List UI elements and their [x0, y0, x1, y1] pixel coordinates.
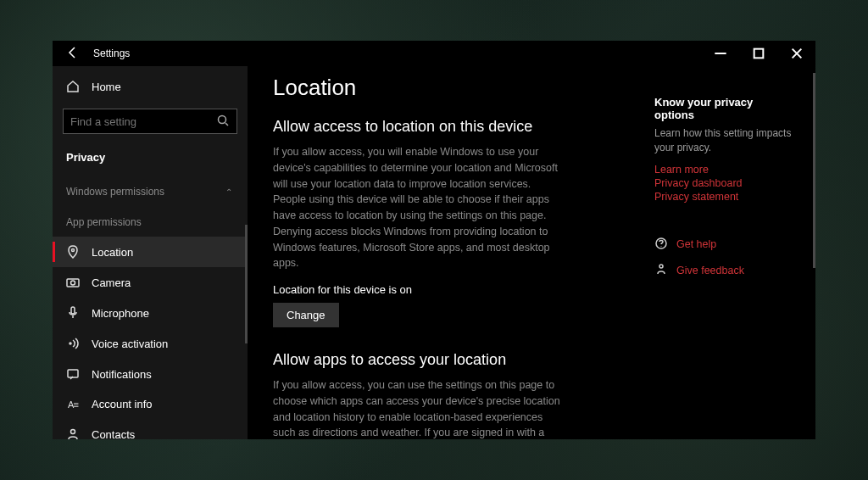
device-location-status: Location for this device is on [273, 283, 620, 296]
titlebar: Settings [53, 41, 815, 66]
sidebar-item-contacts[interactable]: Contacts [53, 419, 246, 439]
main-scrollbar[interactable] [813, 73, 815, 268]
maximize-button[interactable] [739, 41, 777, 66]
svg-point-10 [659, 265, 663, 268]
voice-icon [66, 337, 80, 350]
svg-point-1 [219, 115, 226, 123]
sidebar-item-label: Voice activation [92, 338, 168, 350]
sidebar-item-label: Camera [92, 276, 131, 289]
sidebar-item-label: Microphone [92, 307, 149, 320]
window-title: Settings [93, 47, 130, 59]
svg-rect-5 [71, 307, 75, 314]
group-app-permissions[interactable]: App permissions [53, 206, 246, 237]
search-input[interactable] [70, 115, 216, 128]
back-button[interactable] [66, 46, 80, 62]
microphone-icon [66, 306, 80, 320]
camera-icon [66, 276, 80, 289]
contacts-icon [66, 427, 80, 439]
section1-description: If you allow access, you will enable Win… [273, 144, 561, 271]
location-icon [66, 245, 80, 259]
sidebar-item-label: Notifications [92, 368, 152, 381]
minimize-button[interactable] [701, 41, 739, 66]
section2-description: If you allow access, you can use the set… [273, 377, 561, 439]
svg-point-2 [72, 249, 75, 252]
privacy-dashboard-link[interactable]: Privacy dashboard [654, 177, 795, 189]
section1-heading: Allow access to location on this device [273, 118, 620, 136]
svg-point-4 [71, 281, 75, 285]
svg-point-6 [70, 343, 71, 344]
sidebar-item-microphone[interactable]: Microphone [53, 298, 246, 328]
sidebar-scroll[interactable]: Windows permissions ⌃ App permissions Lo… [53, 176, 248, 439]
privacy-options-sub: Learn how this setting impacts your priv… [654, 126, 795, 155]
sidebar-item-location[interactable]: Location [53, 237, 246, 267]
search-icon [216, 114, 230, 130]
sidebar-item-camera[interactable]: Camera [53, 267, 246, 298]
sidebar: Home Privacy Windows permissions ⌃ App p… [53, 66, 248, 439]
chevron-up-icon: ⌃ [225, 187, 232, 197]
sidebar-item-label: Contacts [92, 428, 135, 440]
help-icon [654, 237, 668, 253]
change-button[interactable]: Change [273, 303, 339, 327]
learn-more-link[interactable]: Learn more [654, 164, 795, 176]
feedback-icon [654, 263, 668, 279]
sidebar-item-label: Account info [92, 398, 153, 410]
search-box[interactable] [63, 109, 237, 134]
svg-rect-0 [754, 49, 763, 59]
right-column: Know your privacy options Learn how this… [646, 66, 815, 439]
sidebar-item-voice-activation[interactable]: Voice activation [53, 328, 246, 359]
page-title: Location [273, 75, 620, 101]
home-nav[interactable]: Home [53, 71, 248, 102]
sidebar-item-notifications[interactable]: Notifications [53, 359, 246, 389]
main-area: Location Allow access to location on thi… [248, 66, 815, 439]
svg-point-8 [71, 430, 75, 434]
section2-heading: Allow apps to access your location [273, 351, 620, 369]
sidebar-item-account-info[interactable]: A≡ Account info [53, 389, 246, 419]
give-feedback-link[interactable]: Give feedback [676, 265, 744, 276]
get-help-link[interactable]: Get help [676, 238, 716, 250]
home-label: Home [92, 81, 121, 93]
privacy-header: Privacy [53, 144, 248, 176]
content-scroll[interactable]: Location Allow access to location on thi… [248, 66, 646, 439]
svg-rect-7 [68, 370, 78, 377]
group-label: Windows permissions [66, 186, 164, 198]
group-label: App permissions [66, 216, 142, 228]
sidebar-item-label: Location [92, 246, 133, 259]
close-button[interactable] [777, 41, 815, 66]
privacy-options-header: Know your privacy options [654, 96, 795, 121]
privacy-statement-link[interactable]: Privacy statement [654, 191, 795, 203]
group-windows-permissions[interactable]: Windows permissions ⌃ [53, 176, 246, 206]
settings-window: Settings Home Privacy Windows permission… [53, 41, 815, 439]
account-icon: A≡ [66, 399, 80, 410]
home-icon [66, 80, 80, 93]
notifications-icon [66, 367, 80, 381]
